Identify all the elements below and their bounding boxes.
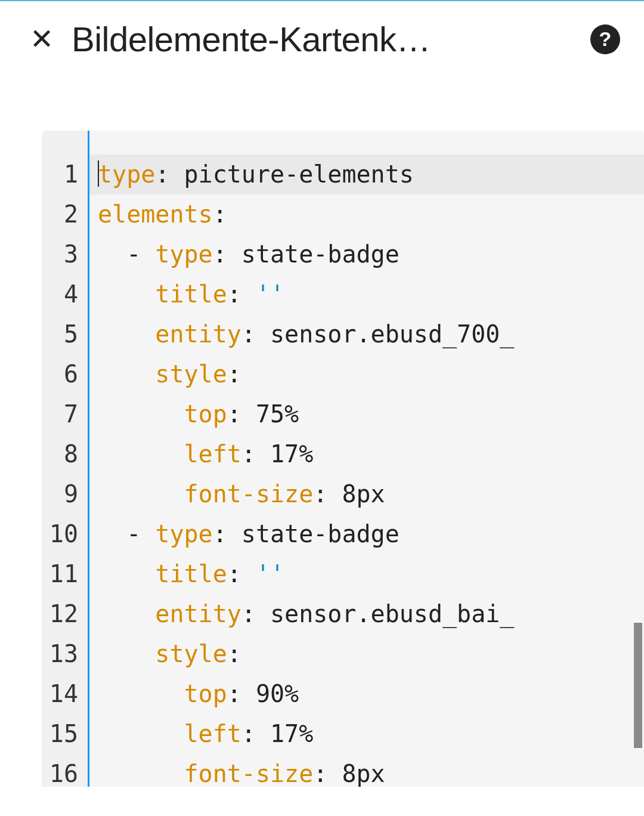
line-number: 15 (42, 714, 82, 754)
yaml-key: type (155, 240, 212, 268)
code-line[interactable]: elements: (98, 194, 644, 234)
yaml-value: 75% (256, 400, 299, 428)
line-number: 6 (42, 354, 82, 394)
line-number: 14 (42, 674, 82, 714)
code-line[interactable]: left: 17% (98, 714, 644, 754)
line-number: 13 (42, 634, 82, 674)
yaml-punct: : (213, 520, 242, 548)
line-number-gutter: 12345678910111213141516 (42, 131, 89, 787)
yaml-punct: : (242, 720, 270, 747)
code-line[interactable]: - type: state-badge (98, 234, 644, 274)
line-number: 9 (42, 474, 82, 514)
line-number: 12 (42, 594, 82, 634)
line-number: 11 (42, 554, 82, 594)
code-line[interactable]: style: (98, 354, 644, 394)
line-number: 8 (42, 434, 82, 474)
yaml-punct (98, 720, 184, 747)
yaml-punct: : (155, 160, 184, 188)
yaml-key: font-size (184, 760, 314, 787)
yaml-key: top (184, 400, 227, 428)
line-number: 2 (42, 194, 82, 234)
yaml-value: state-badge (242, 520, 400, 548)
code-editor[interactable]: 12345678910111213141516 type: picture-el… (42, 131, 644, 787)
code-line[interactable]: type: picture-elements (89, 154, 644, 194)
yaml-punct: : (213, 200, 227, 228)
yaml-key: left (184, 440, 242, 468)
line-number: 7 (42, 394, 82, 434)
yaml-key: type (98, 160, 155, 188)
yaml-punct (98, 600, 155, 628)
yaml-punct (98, 280, 155, 308)
yaml-punct: : (227, 280, 256, 308)
yaml-value: 8px (342, 480, 385, 508)
yaml-key: type (155, 520, 212, 548)
yaml-value: 17% (270, 440, 313, 468)
yaml-string: '' (256, 280, 284, 308)
yaml-punct (98, 360, 155, 388)
yaml-punct: : (242, 320, 270, 348)
yaml-punct (98, 640, 155, 667)
code-line[interactable]: entity: sensor.ebusd_700_ (98, 314, 644, 354)
code-line[interactable]: style: (98, 634, 644, 674)
code-line[interactable]: top: 90% (98, 674, 644, 714)
close-icon[interactable]: ✕ (30, 25, 54, 54)
scrollbar-track[interactable] (634, 131, 642, 787)
yaml-key: left (184, 720, 242, 747)
yaml-punct: : (313, 760, 342, 787)
yaml-value: state-badge (242, 240, 400, 268)
yaml-punct: : (227, 400, 256, 428)
line-number: 5 (42, 314, 82, 354)
yaml-punct (98, 320, 155, 348)
yaml-key: style (155, 360, 227, 388)
yaml-value: sensor.ebusd_bai_ (270, 600, 514, 628)
code-editor-wrap: 12345678910111213141516 type: picture-el… (42, 131, 644, 787)
yaml-punct: : (227, 360, 242, 388)
yaml-key: entity (155, 600, 242, 628)
yaml-value: 8px (342, 760, 385, 787)
code-line[interactable]: font-size: 8px (98, 754, 644, 787)
code-line[interactable]: top: 75% (98, 394, 644, 434)
yaml-punct: : (313, 480, 342, 508)
line-number: 1 (42, 154, 82, 194)
code-line[interactable]: title: '' (98, 274, 644, 314)
yaml-punct (98, 440, 184, 468)
code-line[interactable]: entity: sensor.ebusd_bai_ (98, 594, 644, 634)
code-line[interactable]: left: 17% (98, 434, 644, 474)
yaml-punct: : (227, 680, 256, 707)
code-line[interactable]: - type: state-badge (98, 514, 644, 554)
yaml-punct: - (98, 240, 155, 268)
code-line[interactable]: title: '' (98, 554, 644, 594)
text-cursor (98, 160, 99, 187)
line-number: 10 (42, 514, 82, 554)
yaml-punct (98, 400, 184, 428)
yaml-string: '' (256, 560, 284, 588)
dialog-header: ✕ Bildelemente-Kartenk… ? (0, 1, 644, 77)
yaml-punct: : (213, 240, 242, 268)
yaml-punct (98, 680, 184, 707)
yaml-punct: : (227, 640, 242, 667)
scrollbar-thumb[interactable] (634, 623, 642, 748)
yaml-value: 90% (256, 680, 299, 707)
help-icon[interactable]: ? (590, 24, 620, 54)
dialog-title: Bildelemente-Kartenk… (72, 19, 572, 59)
line-number: 16 (42, 754, 82, 787)
yaml-value: picture-elements (184, 160, 414, 188)
code-content[interactable]: type: picture-elementselements: - type: … (89, 131, 644, 787)
yaml-punct: : (227, 560, 256, 588)
yaml-punct: - (98, 520, 155, 548)
yaml-punct (98, 560, 155, 588)
line-number: 4 (42, 274, 82, 314)
yaml-punct (98, 760, 184, 787)
yaml-punct: : (242, 600, 270, 628)
yaml-punct (98, 480, 184, 508)
yaml-punct: : (242, 440, 270, 468)
code-line[interactable]: font-size: 8px (98, 474, 644, 514)
yaml-key: elements (98, 200, 213, 228)
yaml-key: title (155, 280, 227, 308)
yaml-value: 17% (270, 720, 313, 747)
yaml-key: style (155, 640, 227, 667)
yaml-key: title (155, 560, 227, 588)
yaml-key: entity (155, 320, 242, 348)
yaml-value: sensor.ebusd_700_ (270, 320, 514, 348)
yaml-key: font-size (184, 480, 314, 508)
